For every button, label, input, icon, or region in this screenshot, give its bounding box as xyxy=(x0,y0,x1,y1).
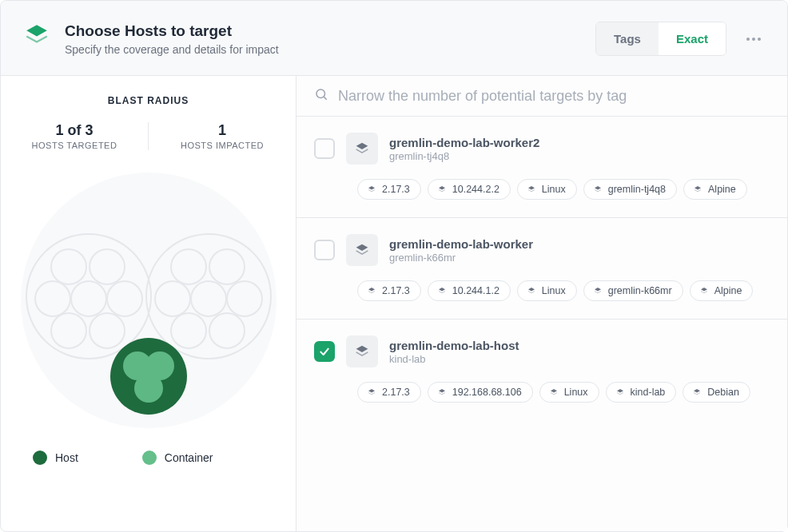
host-tags-row: 2.17.310.244.1.2Linuxgremlin-k66mrAlpine xyxy=(357,280,770,301)
tag-pill[interactable]: 192.168.68.106 xyxy=(428,382,533,403)
host-text: gremlin-demo-lab-worker2gremlin-tj4q8 xyxy=(389,136,539,162)
tag-pill[interactable]: gremlin-tj4q8 xyxy=(583,179,677,200)
host-name: gremlin-demo-lab-host xyxy=(389,339,519,352)
svg-point-2 xyxy=(758,38,761,41)
host-card-head: gremlin-demo-lab-workergremlin-k66mr xyxy=(314,234,770,266)
targeting-panel: Choose Hosts to target Specify the cover… xyxy=(0,0,788,532)
legend: Host Container xyxy=(1,451,296,465)
legend-container-label: Container xyxy=(165,451,213,464)
svg-point-0 xyxy=(746,38,750,41)
host-checkbox[interactable] xyxy=(314,240,335,260)
tag-label: Linux xyxy=(542,285,566,296)
host-subtitle: gremlin-tj4q8 xyxy=(389,150,539,162)
layers-icon xyxy=(23,22,50,49)
legend-host-dot xyxy=(33,451,47,465)
svg-point-23 xyxy=(134,374,163,403)
tag-pill[interactable]: Linux xyxy=(517,280,577,301)
host-layers-icon xyxy=(346,335,378,367)
tag-label: 2.17.3 xyxy=(382,184,410,195)
tag-pill[interactable]: 2.17.3 xyxy=(357,280,421,301)
host-card-head: gremlin-demo-lab-worker2gremlin-tj4q8 xyxy=(314,133,770,165)
blast-radius-title: BLAST RADIUS xyxy=(108,76,189,122)
tag-label: Debian xyxy=(707,387,739,398)
tag-pill[interactable]: Debian xyxy=(683,382,750,403)
more-icon[interactable] xyxy=(742,30,765,49)
hosts-pane: gremlin-demo-lab-worker2gremlin-tj4q82.1… xyxy=(296,75,787,531)
svg-point-1 xyxy=(752,38,755,41)
host-text: gremlin-demo-lab-hostkind-lab xyxy=(389,339,519,365)
stat-impacted: 1 HOSTS IMPACTED xyxy=(148,122,296,150)
legend-host-label: Host xyxy=(55,451,78,464)
host-card-head: gremlin-demo-lab-hostkind-lab xyxy=(314,335,770,367)
tag-label: gremlin-k66mr xyxy=(608,285,672,296)
stat-impacted-num: 1 xyxy=(149,122,296,139)
tag-label: 2.17.3 xyxy=(382,285,410,296)
host-subtitle: kind-lab xyxy=(389,353,519,365)
host-card: gremlin-demo-lab-workergremlin-k66mr2.17… xyxy=(296,217,787,319)
host-layers-icon xyxy=(346,133,378,165)
tag-pill[interactable]: Alpine xyxy=(690,280,754,301)
tag-pill[interactable]: 2.17.3 xyxy=(357,179,421,200)
blast-diagram xyxy=(13,165,285,436)
toggle-tags[interactable]: Tags xyxy=(596,22,659,55)
host-list: gremlin-demo-lab-worker2gremlin-tj4q82.1… xyxy=(296,116,787,531)
search-row xyxy=(296,76,787,116)
host-tags-row: 2.17.310.244.2.2Linuxgremlin-tj4q8Alpine xyxy=(357,179,770,200)
page-subtitle: Specify the coverage and details for imp… xyxy=(65,43,279,56)
tag-pill[interactable]: 2.17.3 xyxy=(357,382,421,403)
header-right: Tags Exact xyxy=(595,22,765,56)
search-input[interactable] xyxy=(338,88,771,105)
search-icon xyxy=(314,87,328,105)
tag-label: Alpine xyxy=(708,184,736,195)
blast-radius-pane: BLAST RADIUS 1 of 3 HOSTS TARGETED 1 HOS… xyxy=(1,75,296,531)
tag-pill[interactable]: 10.244.1.2 xyxy=(428,280,511,301)
legend-container-dot xyxy=(142,451,157,465)
svg-point-24 xyxy=(316,89,325,98)
tag-label: 2.17.3 xyxy=(382,387,410,398)
tag-pill[interactable]: 10.244.2.2 xyxy=(428,179,511,200)
stat-targeted: 1 of 3 HOSTS TARGETED xyxy=(1,122,148,150)
stat-impacted-label: HOSTS IMPACTED xyxy=(149,141,296,150)
tag-label: 10.244.2.2 xyxy=(452,184,499,195)
stat-targeted-label: HOSTS TARGETED xyxy=(1,141,148,150)
tag-pill[interactable]: gremlin-k66mr xyxy=(583,280,683,301)
tag-pill[interactable]: Alpine xyxy=(683,179,747,200)
host-text: gremlin-demo-lab-workergremlin-k66mr xyxy=(389,237,533,264)
legend-container: Container xyxy=(142,451,213,465)
toggle-exact[interactable]: Exact xyxy=(659,22,726,55)
host-name: gremlin-demo-lab-worker xyxy=(389,237,533,251)
tag-label: kind-lab xyxy=(631,387,666,398)
host-checkbox[interactable] xyxy=(314,138,335,159)
host-subtitle: gremlin-k66mr xyxy=(389,252,533,264)
stat-targeted-num: 1 of 3 xyxy=(1,122,148,139)
tag-pill[interactable]: Linux xyxy=(539,382,599,403)
svg-line-25 xyxy=(324,97,326,99)
tag-pill[interactable]: Linux xyxy=(517,179,577,200)
host-name: gremlin-demo-lab-worker2 xyxy=(389,136,539,149)
blast-stats: 1 of 3 HOSTS TARGETED 1 HOSTS IMPACTED xyxy=(1,122,296,150)
host-tags-row: 2.17.3192.168.68.106Linuxkind-labDebian xyxy=(357,382,770,403)
legend-host: Host xyxy=(33,451,78,465)
view-toggle-group: Tags Exact xyxy=(595,22,726,56)
tag-label: gremlin-tj4q8 xyxy=(608,184,666,195)
tag-label: Linux xyxy=(564,387,588,398)
tag-pill[interactable]: kind-lab xyxy=(606,382,677,403)
host-card: gremlin-demo-lab-hostkind-lab2.17.3192.1… xyxy=(296,319,787,420)
title-block: Choose Hosts to target Specify the cover… xyxy=(65,22,279,56)
host-card: gremlin-demo-lab-worker2gremlin-tj4q82.1… xyxy=(296,116,787,217)
tag-label: Linux xyxy=(542,184,566,195)
header-left: Choose Hosts to target Specify the cover… xyxy=(23,22,279,56)
tag-label: 192.168.68.106 xyxy=(452,387,522,398)
host-checkbox[interactable] xyxy=(314,341,335,362)
content: BLAST RADIUS 1 of 3 HOSTS TARGETED 1 HOS… xyxy=(1,75,787,531)
page-title: Choose Hosts to target xyxy=(65,22,279,42)
host-layers-icon xyxy=(346,234,378,266)
tag-label: 10.244.1.2 xyxy=(452,285,499,296)
panel-header: Choose Hosts to target Specify the cover… xyxy=(1,1,787,75)
tag-label: Alpine xyxy=(714,285,742,296)
